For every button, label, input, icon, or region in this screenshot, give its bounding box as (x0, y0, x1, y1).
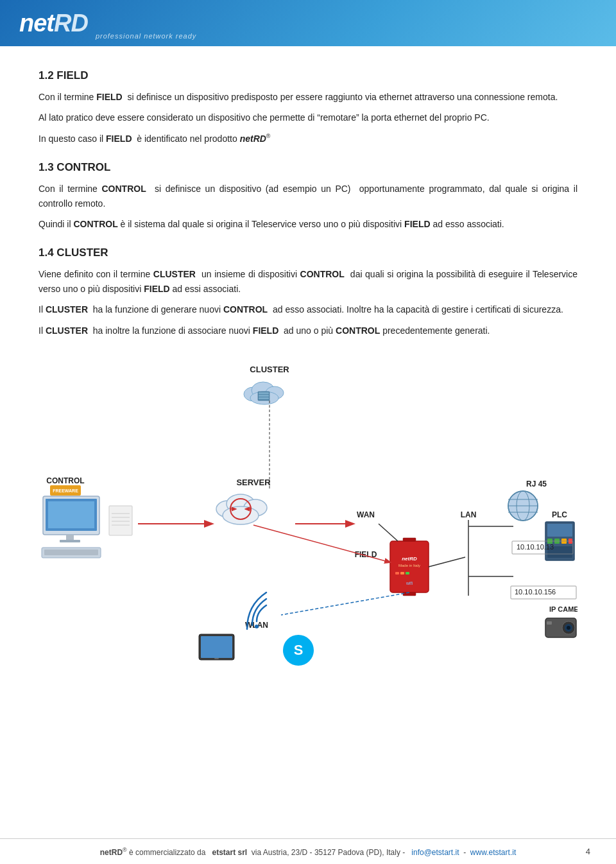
document-icon (109, 506, 132, 535)
section-12: 1.2 FIELD Con il termine FIELD si defini… (38, 69, 578, 146)
skype-icon: S (283, 635, 314, 666)
svg-point-64 (255, 625, 259, 628)
svg-rect-66 (201, 636, 232, 658)
section-12-p3: In questo caso il FIELD è identificato n… (38, 132, 578, 146)
ip1-label: 10.10.10.13 (517, 543, 554, 551)
page-header: netRD professional network ready (0, 0, 616, 46)
svg-line-71 (253, 525, 390, 562)
svg-text:FREEWARE: FREEWARE (53, 488, 78, 493)
lan-label: LAN (461, 510, 477, 519)
cluster-label: CLUSTER (250, 365, 289, 374)
page-footer: netRD® è commercializzato da etstart srl… (0, 838, 616, 864)
svg-line-73 (429, 557, 465, 567)
svg-rect-38 (403, 538, 416, 541)
plc-label: PLC (552, 510, 567, 519)
svg-text:Made in Italy: Made in Italy (398, 564, 420, 567)
footer-text: netRD® è commercializzato da etstart srl… (100, 847, 516, 857)
svg-rect-12 (48, 501, 94, 528)
svg-text:wifi: wifi (406, 581, 413, 585)
svg-rect-16 (44, 549, 98, 555)
footer-etstart: etstart srl (212, 848, 247, 857)
svg-text:netRD: netRD (402, 556, 417, 562)
ip2-label: 10.10.10.156 (515, 588, 556, 596)
computer-icon (42, 496, 101, 558)
network-diagram: CLUSTER CONTROL FREEWARE (38, 358, 578, 666)
svg-rect-7 (259, 397, 269, 399)
section-13-title: 1.3 CONTROL (38, 161, 578, 174)
svg-text:S: S (294, 642, 304, 658)
section-12-p2: Al lato pratico deve essere considerato … (38, 110, 578, 125)
section-14: 1.4 CLUSTER Viene definito con il termin… (38, 246, 578, 338)
svg-rect-51 (547, 524, 572, 537)
svg-line-72 (379, 524, 398, 541)
camera-icon (545, 618, 576, 637)
netrd-device: netRD Made in Italy wifi (390, 538, 429, 596)
logo: netRD (19, 10, 88, 37)
server-cloud (216, 494, 267, 524)
svg-rect-67 (214, 658, 219, 659)
svg-line-74 (281, 592, 409, 615)
wan-label: WAN (357, 510, 375, 519)
logo-rd: RD (54, 10, 88, 37)
section-14-p2: Il CLUSTER ha la funzione di generare nu… (38, 302, 578, 316)
svg-rect-35 (400, 572, 404, 575)
section-14-p1: Viene definito con il termine CLUSTER un… (38, 267, 578, 296)
section-13-p2: Quindi il CONTROL è il sistema dal quale… (38, 217, 578, 231)
svg-rect-63 (547, 621, 552, 625)
cluster-cloud (244, 382, 284, 404)
section-14-title: 1.4 CLUSTER (38, 246, 578, 259)
section-12-p1: Con il termine FIELD si definisce un dis… (38, 90, 578, 104)
svg-point-26 (223, 506, 259, 524)
rj45-icon (508, 491, 538, 521)
section-12-title: 1.2 FIELD (38, 69, 578, 82)
logo-net: net (19, 10, 54, 37)
footer-email[interactable]: info@etstart.it (411, 848, 459, 857)
diagram-svg: CLUSTER CONTROL FREEWARE (38, 358, 578, 666)
svg-rect-14 (60, 540, 80, 542)
tablet-icon (199, 634, 234, 660)
section-13-p1: Con il termine CONTROL si definisce un d… (38, 182, 578, 211)
section-14-p3: Il CLUSTER ha inoltre la funzione di ass… (38, 324, 578, 338)
control-label: CONTROL (46, 476, 84, 485)
rj45-label: RJ 45 (526, 480, 547, 488)
svg-point-62 (567, 626, 570, 630)
svg-rect-13 (66, 535, 74, 540)
svg-rect-34 (395, 572, 399, 575)
svg-rect-5 (259, 392, 269, 394)
freeware-badge: FREEWARE (50, 485, 81, 496)
logo-tagline: professional network ready (96, 32, 196, 46)
footer-netrd: netRD (100, 848, 123, 857)
svg-rect-36 (406, 572, 409, 575)
main-content: 1.2 FIELD Con il termine FIELD si defini… (0, 46, 616, 718)
page-number: 4 (586, 847, 590, 856)
footer-website[interactable]: www.etstart.it (470, 848, 516, 857)
ip-camera-label: IP CAMERA (549, 605, 578, 613)
svg-rect-6 (259, 395, 269, 397)
section-13: 1.3 CONTROL Con il termine CONTROL si de… (38, 161, 578, 231)
svg-rect-17 (109, 506, 132, 535)
server-label: SERVER (236, 478, 271, 487)
